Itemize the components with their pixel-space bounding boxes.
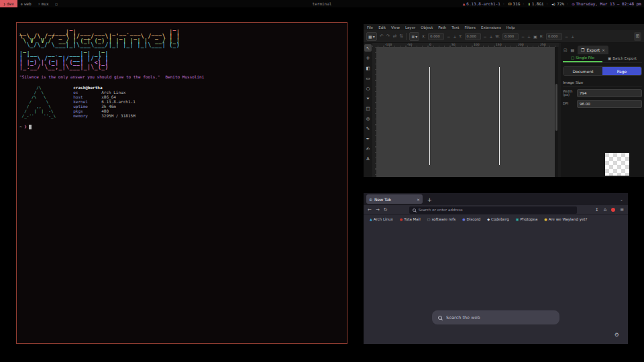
h-plus-button[interactable]: + — [571, 34, 574, 39]
rectangle-tool[interactable]: ▭ — [364, 74, 372, 82]
terminal-window[interactable]: _ _ __ _____| | ___ ___ _ __ ___ ___ | |… — [16, 22, 347, 344]
bookmark-are-we-wayland-yet[interactable]: ●Are we Wayland yet? — [544, 217, 587, 221]
disk-segment: ⛁ 31G — [500, 1, 521, 6]
raise-lower-dropdown[interactable]: ≣▾ — [409, 32, 419, 41]
bookmark-folder-software-refs[interactable]: ▢software refs — [427, 217, 455, 221]
spiral-tool[interactable]: ◎ — [364, 115, 372, 122]
y-plus-button[interactable]: + — [490, 34, 493, 39]
ellipse-tool[interactable]: ○ — [364, 84, 372, 92]
menu-edit[interactable]: Edit — [378, 25, 386, 29]
menu-text[interactable]: Text — [451, 25, 459, 29]
reload-button[interactable]: ↻ — [384, 207, 388, 213]
rotate-ccw-icon[interactable]: ↶ — [380, 34, 384, 39]
personalize-gear-icon[interactable]: ⚙ — [614, 332, 619, 338]
bookmark-tuta-mail[interactable]: ●Tuta Mail — [400, 217, 421, 221]
active-tab[interactable]: ⊕ New Tab × — [366, 194, 423, 204]
downloads-button[interactable]: ↧ — [595, 207, 599, 213]
workspace-web[interactable]: ⊕ web — [17, 0, 35, 7]
drawing-canvas[interactable] — [376, 47, 555, 177]
globe-icon: ⊕ — [21, 2, 23, 6]
menu-help[interactable]: Help — [506, 25, 515, 29]
width-px-label: Width (px) — [563, 90, 575, 97]
tab-batch-export[interactable]: ▣Batch Export — [602, 54, 642, 62]
forward-button[interactable]: → — [376, 207, 380, 213]
back-button[interactable]: ← — [368, 207, 372, 213]
box-3d-tool[interactable]: ◫ — [364, 105, 372, 112]
node-tool[interactable]: ✛ — [364, 54, 372, 62]
document-button[interactable]: Document — [564, 67, 602, 75]
datetime: Thursday, Mar 13 — 02:48 pm — [576, 1, 641, 6]
text-tool[interactable]: A — [364, 155, 372, 162]
ruler-tick: 200 — [518, 43, 524, 46]
pen-tool[interactable]: ✒ — [364, 135, 372, 142]
scrollbar-thumb[interactable] — [555, 84, 557, 131]
y-minus-button[interactable]: − — [484, 34, 487, 39]
xml-editor-icon[interactable]: ☑ — [564, 48, 567, 52]
width-input[interactable]: 0.000 — [502, 33, 519, 40]
volume-level: 72% — [557, 1, 564, 6]
menu-object[interactable]: Object — [421, 25, 433, 29]
chevron-down-icon: ▾ — [415, 34, 417, 39]
objects-panel-icon[interactable]: ▤ — [570, 48, 574, 52]
url-input[interactable]: Search or enter address — [409, 206, 577, 214]
separator — [406, 33, 407, 40]
page-border-left — [429, 67, 430, 165]
new-tab-button[interactable]: + — [427, 197, 432, 203]
close-icon[interactable]: × — [602, 48, 605, 52]
export-tab[interactable]: ❐ Export × — [578, 46, 608, 54]
fetch-row: osArch Linux — [73, 90, 136, 95]
rotate-cw-icon[interactable]: ↷ — [386, 34, 390, 39]
list-icon: ≣ — [411, 34, 415, 39]
width-field-row: Width (px) 794 — [563, 89, 642, 97]
page-button[interactable]: Page — [602, 67, 641, 75]
star-tool[interactable]: ✶ — [364, 95, 372, 102]
workspace-label: web — [24, 1, 32, 6]
calligraphy-tool[interactable]: ✍ — [364, 145, 372, 152]
menu-view[interactable]: View — [391, 25, 400, 29]
workspace-4[interactable]: □ — [52, 0, 61, 7]
home-button[interactable]: ⌂ — [604, 207, 606, 213]
x-input[interactable]: 0.000 — [428, 33, 444, 40]
canvas-scrollbar[interactable] — [555, 47, 558, 177]
menu-path[interactable]: Path — [438, 25, 446, 29]
w-plus-button[interactable]: + — [527, 34, 531, 39]
bookmark-arch-linux[interactable]: ▲Arch Linux — [370, 217, 393, 221]
menu-extensions[interactable]: Extensions — [481, 25, 501, 29]
adblock-extension-icon[interactable] — [611, 208, 615, 212]
w-minus-button[interactable]: − — [521, 34, 525, 39]
pencil-tool[interactable]: ✎ — [364, 125, 372, 132]
x-minus-button[interactable]: − — [447, 34, 450, 39]
workspace-dev[interactable]: ❯ dev — [0, 0, 17, 7]
dpi-input[interactable]: 96.00 — [577, 100, 642, 108]
bookmark-codeberg[interactable]: ◆Codeberg — [487, 217, 508, 221]
select-mode-dropdown[interactable]: ▦▾ — [366, 32, 377, 41]
bookmark-discord[interactable]: ●Discord — [462, 217, 480, 221]
search-icon — [413, 208, 416, 212]
export-width-input[interactable]: 794 — [577, 89, 642, 97]
close-tab-icon[interactable]: × — [417, 197, 420, 202]
tmux-icon: ♯ — [38, 2, 40, 6]
y-input[interactable]: 0.000 — [465, 33, 481, 40]
flip-vertical-icon[interactable]: ⇅ — [399, 34, 403, 39]
lock-ratio-icon[interactable]: ▣ — [533, 34, 537, 39]
height-input[interactable]: 0.000 — [546, 33, 562, 40]
flip-horizontal-icon[interactable]: ⇄ — [392, 34, 396, 39]
menu-file[interactable]: File — [367, 25, 373, 29]
menu-layer[interactable]: Layer — [405, 25, 415, 29]
tab-single-file[interactable]: ▢Single File — [563, 54, 602, 62]
shell-prompt[interactable]: ~❯ — [19, 124, 344, 129]
shape-builder-tool[interactable]: ◧ — [364, 64, 372, 72]
bookmark-photopea[interactable]: ▣Photopea — [516, 217, 538, 221]
tab-list-chevron-icon[interactable]: ⌄ — [620, 197, 623, 202]
x-plus-button[interactable]: + — [453, 34, 456, 39]
menu-filters[interactable]: Filters — [464, 25, 476, 29]
menu-button[interactable]: ≡ — [620, 207, 624, 213]
memory-usage: 1.8Gi — [532, 1, 544, 6]
workspace-mux[interactable]: ♯ mux — [35, 0, 52, 7]
web-search-input[interactable]: Search the web — [432, 310, 559, 324]
kernel-segment: ▲ 6.13.8-arch1-1 — [463, 1, 500, 6]
selector-tool[interactable]: ↖ — [364, 44, 372, 52]
h-minus-button[interactable]: − — [565, 34, 568, 39]
snap-toggle-button[interactable]: ⊞ — [634, 32, 641, 41]
workspace-label: dev — [7, 1, 14, 6]
